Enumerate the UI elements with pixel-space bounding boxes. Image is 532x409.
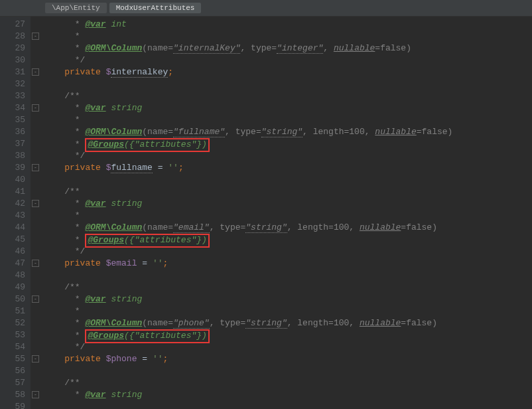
line-number: 28 <box>0 31 31 42</box>
code-line[interactable]: */ <box>44 246 532 258</box>
code-line[interactable]: * @Groups({"attributes"}) <box>44 234 532 246</box>
line-number: 47 <box>0 258 31 270</box>
fold-toggle[interactable]: - <box>32 33 39 40</box>
line-number-gutter: 2728293031323334353637383940414243444546… <box>0 17 31 409</box>
breadcrumb-namespace[interactable]: \App\Entity <box>45 3 107 13</box>
fold-toggle[interactable]: - <box>32 164 39 171</box>
code-line[interactable]: * @ORM\Column(name="email", type="string… <box>44 222 532 234</box>
code-line[interactable]: private $email = ''; <box>44 258 532 270</box>
line-number: 52 <box>0 317 31 329</box>
line-number: 30 <box>0 54 31 66</box>
code-line[interactable]: * @Groups({"attributes"}) <box>44 329 532 341</box>
line-number: 44 <box>0 222 31 234</box>
line-number: 42 <box>0 198 31 210</box>
code-line[interactable]: * @ORM\Column(name="internalKey", type="… <box>44 42 532 54</box>
code-line[interactable] <box>44 174 532 186</box>
line-number: 57 <box>0 377 31 389</box>
fold-toggle[interactable]: - <box>32 260 39 267</box>
line-number: 58 <box>0 389 31 401</box>
fold-toggle[interactable]: - <box>32 68 39 76</box>
code-line[interactable]: /** <box>44 186 532 198</box>
line-number: 49 <box>0 282 31 293</box>
line-number: 38 <box>0 150 31 162</box>
code-line[interactable]: * <box>44 31 532 42</box>
fold-toggle[interactable]: - <box>32 200 39 207</box>
line-number: 59 <box>0 401 31 409</box>
code-line[interactable]: * @ORM\Column(name="phone", type="string… <box>44 317 532 329</box>
code-line[interactable] <box>44 365 532 377</box>
line-number: 43 <box>0 210 31 222</box>
code-line[interactable]: * <box>44 305 532 317</box>
fold-column: --------- <box>31 17 40 409</box>
fold-toggle[interactable]: - <box>32 295 39 303</box>
code-line[interactable] <box>44 270 532 282</box>
breadcrumb-class[interactable]: ModxUserAttributes <box>109 3 202 13</box>
code-line[interactable]: /** <box>44 377 532 389</box>
fold-toggle[interactable]: - <box>32 355 39 363</box>
line-number: 35 <box>0 114 31 126</box>
line-number: 40 <box>0 174 31 186</box>
fold-toggle[interactable]: - <box>32 391 39 398</box>
code-line[interactable]: private $fullname = ''; <box>44 162 532 174</box>
line-number: 39 <box>0 162 31 174</box>
code-line[interactable] <box>44 401 532 409</box>
fold-toggle[interactable]: - <box>32 104 39 112</box>
breadcrumb: \App\Entity ModxUserAttributes <box>0 0 532 17</box>
code-line[interactable]: private $phone = ''; <box>44 353 532 365</box>
line-number: 32 <box>0 78 31 90</box>
line-number: 34 <box>0 102 31 114</box>
code-line[interactable]: * @var string <box>44 102 532 114</box>
line-number: 54 <box>0 341 31 353</box>
code-line[interactable]: * @Groups({"attributes"}) <box>44 138 532 150</box>
line-number: 29 <box>0 42 31 54</box>
line-number: 31 <box>0 66 31 78</box>
line-number: 27 <box>0 19 31 31</box>
line-number: 36 <box>0 126 31 138</box>
code-line[interactable]: * @var string <box>44 198 532 210</box>
code-line[interactable]: */ <box>44 54 532 66</box>
code-line[interactable]: * @var string <box>44 389 532 401</box>
code-line[interactable]: private $internalkey; <box>44 66 532 78</box>
line-number: 53 <box>0 329 31 341</box>
code-line[interactable] <box>44 78 532 90</box>
line-number: 56 <box>0 365 31 377</box>
code-editor[interactable]: 2728293031323334353637383940414243444546… <box>0 17 532 409</box>
line-number: 45 <box>0 234 31 246</box>
line-number: 48 <box>0 270 31 282</box>
line-number: 55 <box>0 353 31 365</box>
code-line[interactable]: */ <box>44 341 532 353</box>
code-line[interactable]: * <box>44 210 532 222</box>
line-number: 51 <box>0 305 31 317</box>
line-number: 33 <box>0 90 31 102</box>
line-number: 50 <box>0 293 31 305</box>
code-line[interactable]: * @var int <box>44 19 532 31</box>
code-line[interactable]: * @ORM\Column(name="fullname", type="str… <box>44 126 532 138</box>
code-area[interactable]: * @var int * * @ORM\Column(name="interna… <box>40 17 532 409</box>
line-number: 37 <box>0 138 31 150</box>
code-line[interactable]: /** <box>44 282 532 293</box>
line-number: 46 <box>0 246 31 258</box>
line-number: 41 <box>0 186 31 198</box>
code-line[interactable]: * @var string <box>44 293 532 305</box>
code-line[interactable]: */ <box>44 150 532 162</box>
code-line[interactable]: * <box>44 114 532 126</box>
code-line[interactable]: /** <box>44 90 532 102</box>
